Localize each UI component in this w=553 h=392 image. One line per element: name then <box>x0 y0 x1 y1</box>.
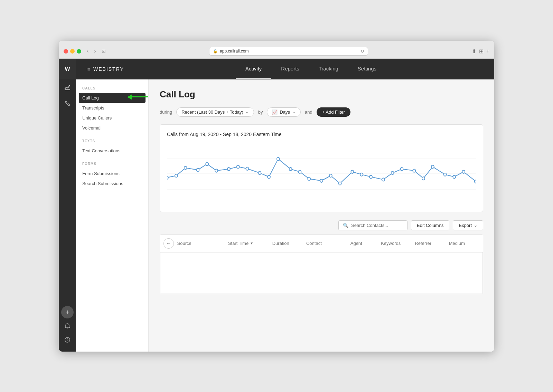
back-nav-button[interactable]: ‹ <box>85 47 91 55</box>
svg-point-22 <box>308 177 310 180</box>
search-icon: 🔍 <box>343 223 348 228</box>
sidebar-item-voicemail[interactable]: Voicemail <box>76 123 148 133</box>
edit-columns-button[interactable]: Edit Columns <box>411 220 449 230</box>
col-header-start-time: Start Time ▼ <box>228 241 272 246</box>
rail-icon-phone[interactable] <box>59 95 76 111</box>
page-title: Call Log <box>160 89 483 100</box>
svg-point-14 <box>227 168 230 171</box>
forward-nav-button[interactable]: › <box>92 47 98 55</box>
icon-rail: W + <box>59 59 76 352</box>
col-header-keywords: Keywords <box>381 241 415 246</box>
svg-point-16 <box>246 167 249 170</box>
svg-point-23 <box>320 179 323 182</box>
search-contacts-input[interactable] <box>351 223 403 228</box>
svg-point-21 <box>298 170 301 173</box>
calls-section-label: CALLS <box>76 86 148 93</box>
top-nav: ≋ WEBISTRY Activity Reports Tracking Set… <box>76 59 494 79</box>
start-time-label: Start Time <box>228 241 249 246</box>
chart-card: Calls from Aug 19, 2020 - Sep 18, 2020 E… <box>160 124 483 212</box>
svg-point-11 <box>196 168 199 171</box>
svg-point-30 <box>391 171 394 174</box>
page-content: Call Log during Recent (Last 30 Days + T… <box>149 79 494 352</box>
rail-notification-button[interactable] <box>61 320 74 332</box>
svg-point-8 <box>167 176 168 179</box>
table-controls: 🔍 Edit Columns Export ⌄ <box>160 220 483 230</box>
sort-icon[interactable]: ▼ <box>250 241 253 245</box>
sidebar-item-text-conversations[interactable]: Text Conversations <box>76 146 148 156</box>
traffic-lights <box>64 49 81 54</box>
main-content: CALLS Call Log Transcripts Unique Caller… <box>76 79 494 352</box>
col-header-referrer: Referrer <box>415 241 449 246</box>
texts-section-label: TEXTS <box>76 139 148 146</box>
chart-title: Calls from Aug 19, 2020 - Sep 18, 2020 E… <box>167 132 476 137</box>
nav-tracking[interactable]: Tracking <box>309 59 348 79</box>
reload-button[interactable]: ↻ <box>360 49 364 54</box>
app-layout: W + <box>59 59 494 352</box>
col-header-agent: Agent <box>350 241 381 246</box>
table-header-row: ← Source Start Time ▼ Duration Contact A… <box>160 235 483 252</box>
col-header-source: Source <box>177 241 228 246</box>
sidebar: CALLS Call Log Transcripts Unique Caller… <box>76 79 149 352</box>
export-chevron-icon: ⌄ <box>474 223 477 228</box>
svg-point-35 <box>444 173 447 176</box>
sidebar-item-form-submissions[interactable]: Form Submissions <box>76 169 148 179</box>
svg-point-25 <box>339 182 341 185</box>
chart-container <box>167 143 476 205</box>
chrome-right-controls: ⬆ ⊞ + <box>472 48 489 55</box>
filter-and-label: and <box>305 109 312 115</box>
sidebar-item-call-log[interactable]: Call Log <box>79 93 146 103</box>
svg-point-36 <box>453 175 456 178</box>
rail-help-button[interactable]: ? <box>61 334 74 346</box>
filter-by-label: by <box>258 109 263 115</box>
svg-point-20 <box>289 168 292 171</box>
filter-bar: during Recent (Last 30 Days + Today) ⌄ b… <box>160 107 483 117</box>
url-text: app.callrail.com <box>220 49 249 54</box>
sidebar-forms-section: FORMS Form Submissions Search Submission… <box>76 162 148 189</box>
days-filter-select[interactable]: 📈 Days ⌄ <box>267 107 301 117</box>
date-filter-select[interactable]: Recent (Last 30 Days + Today) ⌄ <box>176 107 254 117</box>
svg-point-18 <box>268 175 270 178</box>
browser-chrome: ‹ › ⊡ 🔒 app.callrail.com ↻ ⬆ ⊞ + <box>59 41 494 59</box>
minimize-button[interactable] <box>70 49 75 54</box>
search-contacts-wrap[interactable]: 🔍 <box>338 220 407 230</box>
svg-point-37 <box>462 170 465 173</box>
export-button[interactable]: Export ⌄ <box>453 220 483 230</box>
svg-point-12 <box>206 162 208 165</box>
svg-point-31 <box>400 168 403 171</box>
brand-letter: W <box>65 66 70 72</box>
sidebar-item-transcripts[interactable]: Transcripts <box>76 103 148 113</box>
brand-label: WEBISTRY <box>93 66 124 72</box>
svg-point-10 <box>184 166 187 169</box>
svg-point-13 <box>215 169 218 172</box>
sidebar-item-unique-callers[interactable]: Unique Callers <box>76 113 148 123</box>
nav-activity[interactable]: Activity <box>236 59 272 79</box>
address-bar[interactable]: 🔒 app.callrail.com ↻ <box>209 47 368 56</box>
fullscreen-button[interactable] <box>77 49 81 54</box>
export-label: Export <box>459 223 472 228</box>
col-header-duration: Duration <box>272 241 306 246</box>
rail-icon-chart[interactable] <box>59 79 76 95</box>
tab-view-button[interactable]: ⊡ <box>102 48 106 54</box>
filter-during-label: during <box>160 109 172 115</box>
new-tab-button[interactable]: + <box>486 48 489 54</box>
lock-icon: 🔒 <box>213 49 218 54</box>
tab-grid-button[interactable]: ⊞ <box>479 48 484 55</box>
rail-add-button[interactable]: + <box>61 306 74 318</box>
svg-point-19 <box>277 157 280 160</box>
call-log-item-wrapper: Call Log <box>76 93 148 103</box>
brand-tilde-icon: ≋ <box>86 66 91 72</box>
nav-reports[interactable]: Reports <box>271 59 309 79</box>
svg-point-15 <box>237 165 240 168</box>
share-button[interactable]: ⬆ <box>472 48 476 55</box>
sidebar-item-search-submissions[interactable]: Search Submissions <box>76 179 148 189</box>
svg-point-38 <box>475 180 476 183</box>
nav-settings[interactable]: Settings <box>348 59 386 79</box>
browser-nav-buttons: ‹ › <box>85 47 98 55</box>
svg-point-33 <box>422 177 425 180</box>
back-button[interactable]: ← <box>163 238 174 249</box>
plus-icon: + <box>65 309 69 316</box>
add-filter-button[interactable]: + Add Filter <box>317 107 350 117</box>
back-arrow-icon: ← <box>166 241 171 246</box>
close-button[interactable] <box>64 49 68 54</box>
table-wrapper: ← Source Start Time ▼ Duration Contact A… <box>160 235 483 294</box>
